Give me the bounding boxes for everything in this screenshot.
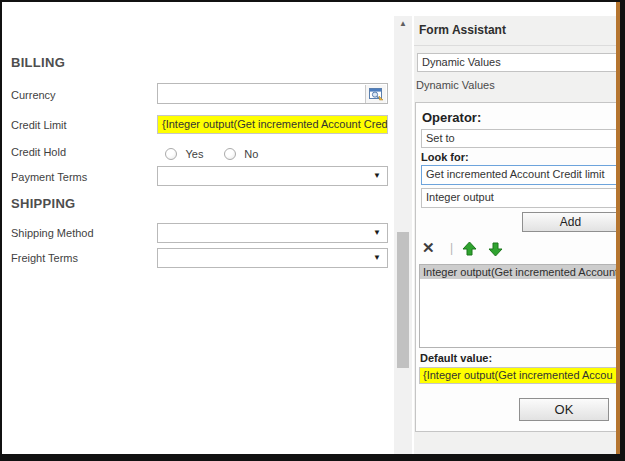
shipping-method-label: Shipping Method [11,227,94,239]
crm-form-editor-window: BILLING Currency Credit Limit {Integer o… [0,0,625,461]
default-value-label: Default value: [420,352,492,364]
chevron-down-icon: ▼ [373,172,381,180]
form-assistant-panel: Form Assistant Dynamic Values Dynamic Va… [414,16,617,454]
window-border-left [0,0,2,461]
credit-hold-label: Credit Hold [11,146,66,158]
payment-terms-value [158,167,162,179]
toolbar-separator: | [450,241,453,255]
credit-limit-field[interactable]: {Integer output(Get incremented Account … [157,115,388,134]
window-border-top [0,0,625,2]
window-border-right [620,0,625,461]
chevron-down-icon: ▼ [373,254,381,262]
window-border-bottom [0,454,625,461]
look-for-select[interactable]: Get incremented Account Credit limit [421,165,617,185]
payment-terms-label: Payment Terms [11,171,87,183]
shipping-section-heading: SHIPPING [11,196,76,211]
attribute-select[interactable]: Integer output [421,188,617,208]
billing-section-heading: BILLING [11,55,65,70]
dynamic-values-list[interactable]: Integer output(Get incremented Account [419,264,617,348]
operator-label: Operator: [422,110,481,125]
header-separator [414,45,617,46]
credit-limit-label: Credit Limit [11,119,67,131]
ok-button[interactable]: OK [519,398,609,421]
scrollbar-thumb[interactable] [397,232,409,368]
form-assistant-title: Form Assistant [419,23,506,37]
operator-select[interactable]: Set to [421,129,617,148]
move-up-icon[interactable] [462,241,477,257]
dynamic-values-label: Dynamic Values [416,79,495,91]
delete-icon[interactable]: ✕ [422,240,435,256]
currency-value [158,84,162,96]
payment-terms-select[interactable]: ▼ [157,166,388,186]
credit-hold-yes-radio[interactable] [165,148,177,160]
currency-lookup-field[interactable] [157,83,388,104]
form-scrollbar[interactable]: ▲ [394,16,412,454]
list-item-selected[interactable]: Integer output(Get incremented Account [420,265,617,279]
default-value-field[interactable]: {Integer output(Get incremented Accou [419,367,617,384]
assistant-mode-select[interactable]: Dynamic Values [417,53,617,72]
credit-hold-no-label: No [244,148,258,160]
shipping-method-value [158,224,162,236]
freight-terms-select[interactable]: ▼ [157,248,388,268]
scroll-up-icon[interactable]: ▲ [394,19,412,29]
look-for-label: Look for: [421,151,469,163]
chevron-down-icon: ▼ [373,229,381,237]
lookup-button[interactable] [365,85,386,103]
dynamic-values-group: Operator: Set to Look for: Get increment… [415,102,617,432]
currency-label: Currency [11,89,56,101]
move-down-icon[interactable] [488,241,503,257]
credit-hold-no-radio[interactable] [224,148,236,160]
add-button[interactable]: Add [522,212,617,232]
shipping-method-select[interactable]: ▼ [157,223,388,243]
lookup-magnifier-icon [369,88,384,101]
freight-terms-label: Freight Terms [11,252,78,264]
freight-terms-value [158,249,162,261]
credit-hold-yes-label: Yes [185,148,203,160]
